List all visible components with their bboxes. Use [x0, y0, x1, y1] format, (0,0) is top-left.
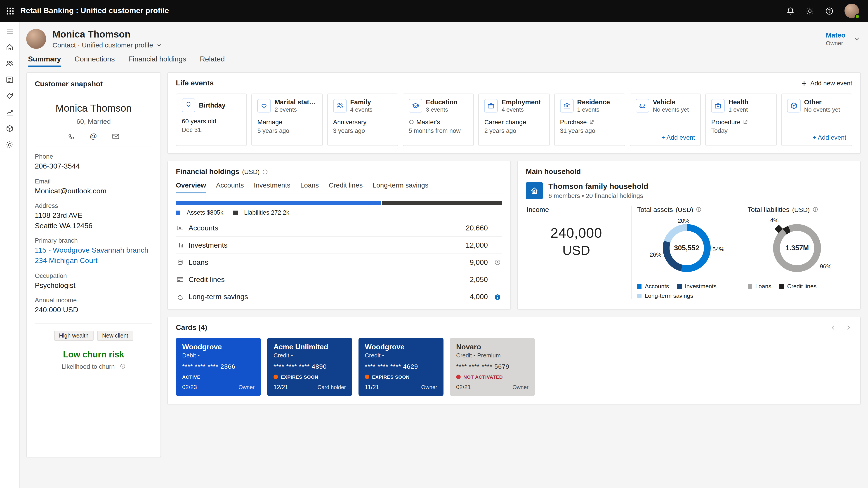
page-title: Monica Thomson [53, 29, 162, 40]
fh-tab-credit-lines[interactable]: Credit lines [329, 181, 363, 193]
forms-icon[interactable] [5, 75, 14, 84]
divider [35, 146, 152, 147]
bank-card-novaro[interactable]: Novaro Credit • Premium **** **** **** 5… [450, 338, 535, 396]
tags-icon[interactable] [5, 92, 14, 100]
app-launcher-icon[interactable] [6, 7, 14, 15]
card-kind: Credit • Premium [456, 352, 528, 359]
card-brand: Woodgrove [182, 343, 254, 351]
header-expand-chevron-icon[interactable] [852, 35, 861, 43]
history-icon[interactable] [494, 259, 501, 266]
info-icon[interactable] [812, 206, 818, 213]
life-event-date: 5 months from now [409, 127, 468, 134]
tab-summary[interactable]: Summary [28, 55, 61, 67]
admin-settings-icon[interactable] [5, 140, 14, 149]
occupation-value: Psychologist [35, 281, 152, 290]
household-name-link[interactable]: Thomson family household [548, 182, 648, 191]
fh-row-long-term-savings[interactable]: Long-term savings 4,000 [176, 288, 502, 305]
cards-prev-icon[interactable] [830, 324, 837, 331]
home-icon[interactable] [5, 43, 14, 52]
snapshot-age-status: 60, Married [35, 118, 152, 125]
bank-card-acme-unlimited[interactable]: Acme Unlimited Credit • **** **** **** 4… [267, 338, 352, 396]
primary-branch-link[interactable]: 115 - Woodgrove Savannah branch [35, 246, 152, 255]
tab-connections[interactable]: Connections [74, 55, 115, 67]
residence-icon [560, 99, 574, 112]
bank-card-woodgrove-debit[interactable]: Woodgrove Debit • **** **** **** 2366 AC… [176, 338, 261, 396]
add-new-event-label: Add new event [810, 79, 852, 87]
tag-new-client[interactable]: New client [97, 331, 133, 341]
life-event-card-family[interactable]: Family 4 events Anniversary 3 years ago [327, 94, 398, 146]
add-event-link[interactable]: + Add event [661, 134, 695, 141]
packages-icon[interactable] [5, 124, 14, 133]
contact-avatar[interactable] [26, 29, 46, 49]
liabilities-legend: Loans Credit lines [747, 283, 847, 290]
fh-row-loans[interactable]: Loans 9,000 [176, 254, 502, 271]
email-at-icon[interactable]: @ [90, 132, 97, 140]
life-event-title: Birthday [199, 101, 225, 109]
collapse-menu-icon[interactable] [6, 27, 14, 35]
add-new-event-button[interactable]: Add new event [801, 79, 852, 87]
life-event-card-marital-status[interactable]: Marital status 2 events Marriage 5 years… [252, 94, 323, 146]
life-event-card-other[interactable]: Other No events yet + Add event [781, 94, 852, 146]
card-role: Owner [421, 384, 437, 390]
fh-row-accounts[interactable]: Accounts 20,660 [176, 220, 502, 237]
mail-icon[interactable] [112, 132, 120, 140]
milestone-icon [589, 119, 594, 125]
total-liabilities-column: Total liabilities (USD) 4% 96% 1.357M [742, 205, 852, 299]
life-event-card-residence[interactable]: Residence 1 events Purchase 31 years ago [554, 94, 625, 146]
insights-icon[interactable] [5, 108, 14, 117]
fh-tab-investments[interactable]: Investments [254, 181, 290, 193]
life-event-card-education[interactable]: Education 3 events Master's 5 months fro… [403, 94, 474, 146]
fh-tab-long-term-savings[interactable]: Long-term savings [373, 181, 428, 193]
record-type-label: Contact · Unified customer profile [53, 41, 153, 49]
info-icon[interactable] [262, 169, 268, 175]
cards-panel: Cards (4) Woodgrove Debit • **** **** **… [167, 317, 861, 404]
info-icon[interactable] [696, 206, 702, 213]
life-event-name: Purchase [560, 119, 587, 126]
tab-financial-holdings[interactable]: Financial holdings [128, 55, 186, 67]
help-icon[interactable] [825, 6, 834, 15]
cards-next-icon[interactable] [845, 324, 852, 331]
user-avatar[interactable] [844, 4, 859, 18]
life-event-title: Health [728, 98, 749, 106]
life-event-card-health[interactable]: Health 1 event Procedure Today [706, 94, 777, 146]
fh-row-credit-lines[interactable]: Credit lines 2,050 [176, 271, 502, 288]
legend-label: Investments [685, 283, 717, 290]
card-expiry: 02/21 [456, 384, 471, 390]
call-icon[interactable] [68, 132, 75, 140]
life-event-count: 4 events [502, 106, 541, 113]
phone-value[interactable]: 206-307-3544 [35, 161, 152, 171]
card-number: **** **** **** 2366 [182, 363, 254, 370]
fh-row-investments[interactable]: Investments 12,000 [176, 237, 502, 254]
tab-related[interactable]: Related [200, 55, 225, 67]
assets-legend-label: Assets $805k [187, 209, 223, 216]
info-icon[interactable] [120, 363, 126, 369]
info-filled-icon[interactable] [494, 293, 501, 300]
life-event-card-employment[interactable]: Employment 4 events Career change 2 year… [478, 94, 550, 146]
life-event-card-vehicle[interactable]: Vehicle No events yet + Add event [630, 94, 701, 146]
notifications-icon[interactable] [786, 6, 795, 15]
event-status-ring-icon [409, 119, 414, 125]
app-window: Retail Banking : Unified customer profil… [0, 0, 868, 488]
life-event-date: 3 years ago [333, 127, 393, 134]
bank-card-woodgrove-credit[interactable]: Woodgrove Credit • **** **** **** 4629 E… [359, 338, 443, 396]
assets-pct-investments: 26% [650, 251, 661, 258]
legend-swatch [637, 293, 642, 298]
total-assets-label: Total assets [637, 205, 673, 213]
fh-tab-overview[interactable]: Overview [176, 181, 206, 193]
add-event-link[interactable]: + Add event [813, 134, 846, 141]
email-value[interactable]: Monicat@outlook.com [35, 186, 152, 196]
customer-snapshot-panel: Customer snapshot Monica Thomson 60, Mar… [26, 72, 161, 457]
nav-rail [0, 22, 20, 488]
life-event-card-birthday[interactable]: Birthday 60 years old Dec 31, [176, 94, 247, 146]
warning-dot-icon [365, 375, 369, 379]
branch-address-link[interactable]: 234 Michigan Court [35, 256, 152, 265]
contacts-icon[interactable] [5, 59, 14, 68]
owner-name[interactable]: Mateo [826, 31, 845, 39]
tag-high-wealth[interactable]: High wealth [54, 331, 94, 341]
life-event-count: No events yet [804, 106, 840, 113]
card-role: Card holder [318, 384, 346, 390]
settings-icon[interactable] [806, 6, 814, 15]
fh-tab-loans[interactable]: Loans [301, 181, 319, 193]
form-selector-chevron-icon[interactable] [156, 42, 162, 48]
fh-tab-accounts[interactable]: Accounts [216, 181, 244, 193]
